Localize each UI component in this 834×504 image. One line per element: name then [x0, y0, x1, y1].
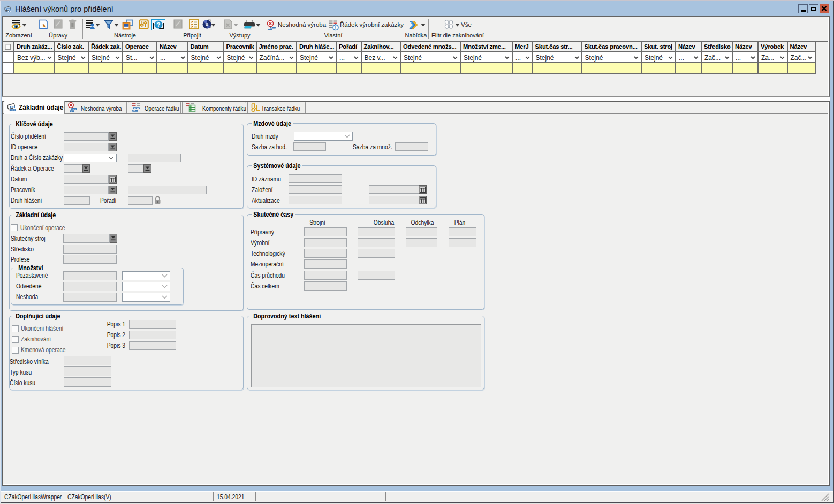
svg-text:?: ? — [156, 21, 160, 28]
